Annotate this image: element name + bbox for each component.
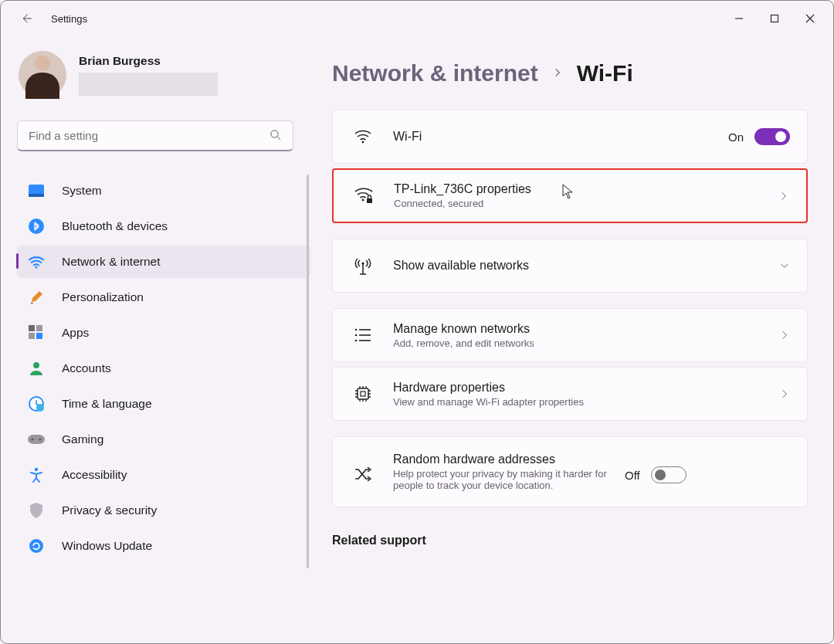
sidebar-item-personalization[interactable]: Personalization bbox=[17, 281, 310, 314]
card-title: Random hardware addresses bbox=[393, 452, 625, 466]
svg-point-12 bbox=[36, 404, 44, 412]
svg-rect-0 bbox=[771, 15, 778, 22]
card-subtitle: Help protect your privacy by making it h… bbox=[393, 468, 625, 491]
brush-icon bbox=[28, 289, 45, 306]
card-subtitle: Add, remove, and edit networks bbox=[393, 337, 779, 349]
sidebar-item-label: Accounts bbox=[62, 361, 111, 375]
chevron-right-icon bbox=[778, 191, 789, 202]
card-subtitle: Connected, secured bbox=[394, 198, 778, 209]
svg-point-22 bbox=[355, 329, 358, 331]
search-icon bbox=[269, 128, 283, 144]
sidebar-item-label: Gaming bbox=[62, 432, 103, 446]
svg-point-16 bbox=[35, 468, 38, 471]
sidebar-item-label: Network & internet bbox=[62, 255, 161, 269]
profile-name: Brian Burgess bbox=[79, 51, 218, 68]
chevron-right-icon bbox=[552, 66, 563, 82]
toggle-label: On bbox=[728, 130, 744, 144]
sidebar-item-time-language[interactable]: Time & language bbox=[17, 388, 310, 420]
sidebar-item-label: System bbox=[62, 184, 102, 198]
search-input[interactable] bbox=[17, 120, 293, 151]
svg-point-18 bbox=[362, 141, 364, 144]
sidebar-item-gaming[interactable]: Gaming bbox=[17, 423, 310, 456]
card-title: Manage known networks bbox=[393, 322, 779, 336]
accessibility-icon bbox=[28, 466, 45, 483]
apps-icon bbox=[28, 324, 45, 341]
card-wifi-toggle[interactable]: Wi-Fi On bbox=[332, 110, 808, 164]
wifi-lock-icon bbox=[352, 188, 375, 205]
sidebar-item-windows-update[interactable]: Windows Update bbox=[17, 530, 310, 562]
sidebar-item-label: Apps bbox=[62, 326, 89, 340]
card-title: Hardware properties bbox=[393, 381, 779, 395]
card-available-networks[interactable]: Show available networks bbox=[332, 239, 808, 293]
sidebar-item-label: Privacy & security bbox=[62, 503, 157, 517]
antenna-icon bbox=[351, 256, 375, 275]
toggle-label: Off bbox=[625, 469, 640, 482]
svg-point-10 bbox=[33, 362, 39, 368]
svg-point-19 bbox=[362, 198, 364, 201]
main-panel: Network & internet Wi-Fi Wi-Fi On bbox=[317, 37, 834, 644]
sidebar-item-bluetooth[interactable]: Bluetooth & devices bbox=[17, 210, 310, 242]
maximize-button[interactable] bbox=[757, 6, 792, 31]
chevron-down-icon bbox=[779, 260, 790, 271]
sidebar-item-label: Windows Update bbox=[62, 539, 152, 553]
svg-rect-13 bbox=[28, 435, 45, 444]
svg-rect-6 bbox=[29, 325, 35, 331]
card-title: Show available networks bbox=[393, 259, 779, 273]
sidebar-item-label: Bluetooth & devices bbox=[62, 219, 168, 233]
avatar bbox=[19, 51, 66, 99]
card-title: TP-Link_736C properties bbox=[394, 182, 778, 196]
sidebar-item-accounts[interactable]: Accounts bbox=[17, 352, 310, 385]
card-network-properties[interactable]: TP-Link_736C properties Connected, secur… bbox=[332, 168, 808, 223]
svg-point-24 bbox=[355, 340, 358, 342]
sidebar-item-apps[interactable]: Apps bbox=[17, 317, 310, 349]
sidebar-scrollbar[interactable] bbox=[307, 175, 309, 562]
accounts-icon bbox=[28, 360, 45, 377]
window-controls bbox=[721, 6, 828, 31]
card-known-networks[interactable]: Manage known networks Add, remove, and e… bbox=[332, 308, 808, 362]
card-title: Wi-Fi bbox=[393, 130, 728, 144]
svg-rect-3 bbox=[29, 194, 44, 197]
profile-block[interactable]: Brian Burgess bbox=[17, 51, 310, 99]
back-button[interactable] bbox=[15, 8, 37, 29]
sidebar: Brian Burgess System Bluetooth & devices… bbox=[0, 37, 317, 644]
svg-point-1 bbox=[271, 130, 278, 137]
card-hardware-properties[interactable]: Hardware properties View and manage Wi-F… bbox=[332, 367, 808, 421]
system-icon bbox=[28, 182, 45, 199]
svg-rect-25 bbox=[358, 388, 368, 399]
card-random-mac[interactable]: Random hardware addresses Help protect y… bbox=[332, 436, 808, 507]
chevron-right-icon bbox=[779, 330, 790, 341]
sidebar-item-accessibility[interactable]: Accessibility bbox=[17, 459, 310, 491]
sidebar-item-network[interactable]: Network & internet bbox=[17, 246, 310, 278]
sidebar-item-label: Personalization bbox=[62, 290, 144, 304]
svg-rect-26 bbox=[361, 391, 365, 396]
sidebar-item-label: Time & language bbox=[62, 397, 152, 411]
breadcrumb-parent[interactable]: Network & internet bbox=[332, 60, 538, 86]
svg-rect-2 bbox=[29, 185, 44, 195]
svg-rect-8 bbox=[29, 333, 35, 339]
svg-point-17 bbox=[29, 539, 43, 553]
minimize-button[interactable] bbox=[721, 6, 757, 31]
card-subtitle: View and manage Wi-Fi adapter properties bbox=[393, 396, 779, 408]
chip-icon bbox=[351, 385, 375, 403]
search-wrap bbox=[17, 120, 293, 151]
shuffle-icon bbox=[351, 466, 375, 482]
list-icon bbox=[351, 328, 375, 342]
sidebar-item-system[interactable]: System bbox=[17, 175, 310, 207]
sidebar-item-privacy[interactable]: Privacy & security bbox=[17, 494, 310, 527]
profile-email-blur bbox=[79, 73, 218, 96]
wifi-toggle[interactable] bbox=[754, 128, 790, 145]
svg-point-23 bbox=[355, 334, 358, 337]
chevron-right-icon bbox=[779, 388, 790, 399]
random-mac-toggle[interactable] bbox=[651, 466, 687, 483]
wifi-icon bbox=[28, 253, 45, 270]
update-icon bbox=[28, 537, 45, 554]
breadcrumb: Network & internet Wi-Fi bbox=[332, 60, 808, 86]
window-title: Settings bbox=[51, 13, 87, 25]
wifi-icon bbox=[351, 129, 375, 144]
svg-point-15 bbox=[39, 439, 42, 441]
related-support-heading: Related support bbox=[332, 534, 808, 547]
svg-point-5 bbox=[36, 266, 38, 269]
svg-rect-7 bbox=[36, 325, 42, 331]
close-button[interactable] bbox=[792, 6, 828, 31]
breadcrumb-current: Wi-Fi bbox=[577, 60, 633, 86]
